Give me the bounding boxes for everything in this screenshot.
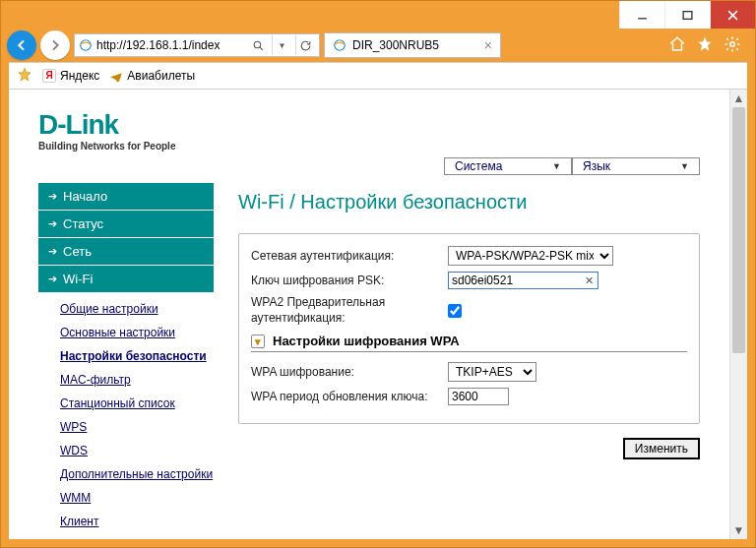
- brand-name: D-Link: [38, 109, 700, 141]
- psk-input[interactable]: [452, 273, 580, 288]
- sub-item-mac[interactable]: MAC-фильтр: [60, 368, 214, 392]
- sidebar-item-network[interactable]: ➔Сеть: [38, 238, 214, 266]
- bookmark-yandex[interactable]: Я Яндекс: [42, 69, 99, 83]
- scroll-thumb[interactable]: [732, 107, 745, 353]
- tab-title: DIR_300NRUB5: [352, 38, 478, 52]
- period-label: WPA период обновления ключа:: [251, 390, 448, 403]
- vertical-scrollbar[interactable]: ▲ ▼: [729, 90, 747, 539]
- brand-tagline: Building Networks for People: [38, 141, 700, 152]
- sub-item-wds[interactable]: WDS: [60, 439, 214, 462]
- auth-label: Сетевая аутентификация:: [251, 249, 448, 263]
- arrow-right-icon: ➔: [48, 273, 57, 285]
- sub-item-wps[interactable]: WPS: [60, 415, 214, 439]
- main-content: Wi-Fi / Настройки безопасности Сетевая а…: [238, 183, 700, 537]
- arrow-right-icon: ➔: [48, 190, 57, 203]
- home-icon[interactable]: [668, 35, 686, 56]
- settings-icon[interactable]: [724, 35, 741, 56]
- svg-point-7: [335, 40, 346, 51]
- wpa-section-header[interactable]: ▾ Настройки шифрования WPA: [251, 334, 687, 352]
- bookmarks-bar: Я Яндекс Авиабилеты: [9, 62, 747, 90]
- nav-toolbar: ▼ DIR_300NRUB5 ×: [1, 29, 755, 62]
- dropdown-icon[interactable]: ▼: [272, 35, 291, 55]
- section-title: Настройки шифрования WPA: [273, 334, 460, 348]
- auth-select[interactable]: WPA-PSK/WPA2-PSK mixed: [448, 246, 613, 266]
- collapse-icon[interactable]: ▾: [251, 335, 265, 348]
- encryption-label: WPA шифрование:: [251, 365, 448, 379]
- ie-icon: [79, 38, 93, 52]
- tab-close-icon[interactable]: ×: [484, 37, 492, 53]
- chevron-down-icon: ▼: [552, 161, 561, 171]
- page-title: Wi-Fi / Настройки безопасности: [238, 191, 700, 213]
- browser-tab[interactable]: DIR_300NRUB5 ×: [324, 32, 501, 58]
- brand-logo: D-Link Building Networks for People: [38, 109, 700, 152]
- apply-button[interactable]: Изменить: [623, 438, 700, 459]
- svg-point-5: [254, 41, 261, 48]
- bookmark-label: Яндекс: [60, 69, 99, 83]
- sub-item-stations[interactable]: Станционный список: [60, 392, 214, 415]
- yandex-icon: Я: [42, 69, 56, 83]
- scroll-up-icon[interactable]: ▲: [730, 90, 747, 107]
- bookmark-label: Авиабилеты: [127, 69, 195, 83]
- sidebar-item-status[interactable]: ➔Статус: [38, 211, 214, 238]
- page-viewport: D-Link Building Networks for People Сист…: [9, 90, 747, 539]
- psk-label: Ключ шифрования PSK:: [251, 274, 448, 287]
- forward-button[interactable]: [40, 30, 70, 60]
- add-favorite-icon[interactable]: [17, 67, 32, 86]
- plane-icon: [109, 68, 123, 85]
- address-bar[interactable]: ▼: [74, 33, 320, 57]
- browser-window: ▼ DIR_300NRUB5 × Я Яндекс Авиабилеты D-L…: [0, 0, 756, 548]
- sub-item-wmm[interactable]: WMM: [60, 486, 214, 510]
- sidebar-item-start[interactable]: ➔Начало: [38, 183, 214, 211]
- back-button[interactable]: [7, 30, 36, 60]
- menu-system[interactable]: Система▼: [444, 157, 572, 175]
- preauth-label: WPA2 Предварительная аутентификация:: [251, 295, 448, 326]
- refresh-icon[interactable]: [295, 35, 315, 55]
- preauth-checkbox[interactable]: [448, 304, 462, 318]
- search-icon[interactable]: [248, 35, 268, 55]
- svg-rect-1: [683, 11, 692, 19]
- scroll-down-icon[interactable]: ▼: [730, 521, 747, 539]
- chevron-down-icon: ▼: [680, 161, 689, 171]
- titlebar: [1, 1, 755, 29]
- svg-point-8: [730, 41, 735, 46]
- sidebar-nav: ➔Начало ➔Статус ➔Сеть ➔Wi-Fi Общие настр…: [38, 183, 214, 537]
- svg-point-4: [81, 40, 92, 51]
- arrow-right-icon: ➔: [48, 217, 57, 230]
- encryption-select[interactable]: TKIP+AES: [448, 362, 536, 382]
- maximize-button[interactable]: [664, 1, 710, 29]
- sub-item-basic[interactable]: Основные настройки: [60, 321, 214, 344]
- ie-icon: [333, 38, 346, 52]
- close-button[interactable]: [710, 1, 755, 29]
- sub-item-client[interactable]: Клиент: [60, 510, 214, 533]
- sub-item-advanced[interactable]: Дополнительные настройки: [60, 462, 214, 486]
- address-input[interactable]: [96, 38, 244, 52]
- sub-item-security[interactable]: Настройки безопасности: [60, 344, 214, 368]
- minimize-button[interactable]: [619, 1, 664, 29]
- settings-panel: Сетевая аутентификация: WPA-PSK/WPA2-PSK…: [238, 233, 700, 424]
- psk-input-wrap[interactable]: ✕: [448, 272, 598, 289]
- svg-line-6: [260, 47, 263, 50]
- favorites-icon[interactable]: [696, 35, 714, 56]
- sidebar-item-wifi[interactable]: ➔Wi-Fi: [38, 266, 214, 293]
- bookmark-avia[interactable]: Авиабилеты: [109, 68, 195, 85]
- top-menu: Система▼ Язык▼: [38, 157, 700, 175]
- period-input[interactable]: [448, 388, 509, 405]
- arrow-right-icon: ➔: [48, 245, 57, 258]
- sub-item-general[interactable]: Общие настройки: [60, 297, 214, 321]
- clear-icon[interactable]: ✕: [585, 274, 594, 287]
- menu-language[interactable]: Язык▼: [572, 157, 700, 175]
